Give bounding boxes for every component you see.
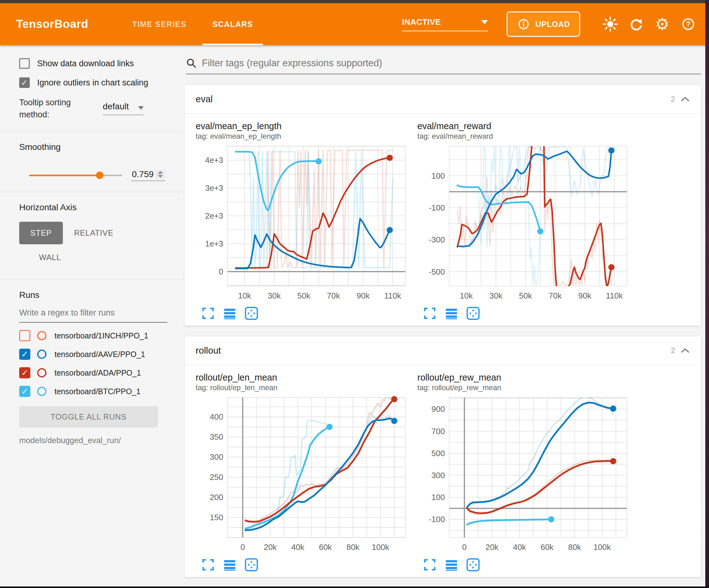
show-download-links-checkbox[interactable] xyxy=(19,58,30,69)
chart-tag: tag: rollout/ep_len_mean xyxy=(196,383,412,392)
divider xyxy=(0,131,184,132)
chart-toolbar xyxy=(423,558,633,571)
horizontal-axis-section: Horizontal Axis STEP RELATIVE WALL xyxy=(0,203,184,279)
run-label: tensorboard/AAVE/PPO_1 xyxy=(54,350,145,359)
chart-tag: tag: rollout/ep_rew_mean xyxy=(417,383,633,392)
fit-domain-icon[interactable] xyxy=(466,307,480,320)
line-chart[interactable]: 10k30k50k70k90k110k100-100-300-500 xyxy=(417,143,633,305)
svg-text:200: 200 xyxy=(210,493,223,502)
runs-filter-input[interactable]: Write a regex to filter runs xyxy=(19,308,167,323)
smoothing-stepper[interactable] xyxy=(155,170,165,179)
fullscreen-icon[interactable] xyxy=(201,307,215,320)
settings-button[interactable]: ⚙ xyxy=(653,15,672,34)
brightness-toggle-button[interactable] xyxy=(601,15,620,34)
help-button[interactable]: ? xyxy=(679,15,698,34)
tab-time-series[interactable]: TIME SERIES xyxy=(119,3,200,45)
svg-text:80k: 80k xyxy=(346,542,360,552)
settings-sidebar: Show data download links Ignore outliers… xyxy=(0,45,184,586)
axis-relative-button[interactable]: RELATIVE xyxy=(63,222,125,244)
scalars-dashboard: Filter tags (regular expressions support… xyxy=(184,45,705,586)
svg-text:10k: 10k xyxy=(460,291,473,300)
tab-scalars[interactable]: SCALARS xyxy=(200,3,266,45)
chevron-down-icon xyxy=(158,175,163,178)
svg-text:10k: 10k xyxy=(238,291,252,300)
chart-tag: tag: eval/mean_ep_length xyxy=(196,132,412,140)
chart-title: rollout/ep_len_mean xyxy=(196,373,412,383)
data-lines-icon[interactable] xyxy=(445,307,458,320)
svg-text:30k: 30k xyxy=(490,291,503,300)
ignore-outliers-checkbox[interactable] xyxy=(19,77,30,88)
tooltip-sorting-label: Tooltip sorting method: xyxy=(19,97,103,121)
svg-text:-100: -100 xyxy=(429,203,445,212)
svg-text:400: 400 xyxy=(210,412,223,421)
data-lines-icon[interactable] xyxy=(223,307,237,320)
tooltip-sorting-dropdown[interactable]: default xyxy=(103,99,144,115)
option-row: Ignore outliers in chart scaling xyxy=(19,77,184,88)
svg-text:100k: 100k xyxy=(594,542,611,552)
line-chart[interactable]: 020k40k60k80k100k-100100300500700900 xyxy=(417,394,633,556)
slider-fill xyxy=(29,175,100,176)
chart-toolbar xyxy=(201,307,412,320)
status-value: INACTIVE xyxy=(402,17,441,27)
svg-text:300: 300 xyxy=(210,452,223,462)
section-card-rollout: rollout 2 rollout/ep_len_mean tag: rollo… xyxy=(185,336,701,577)
section-header-rollout[interactable]: rollout 2 xyxy=(185,336,701,365)
axis-step-button[interactable]: STEP xyxy=(19,222,63,244)
smoothing-value-field[interactable]: 0.759 xyxy=(131,169,165,181)
fullscreen-icon[interactable] xyxy=(201,558,215,571)
run-item-1inch[interactable]: tensorboard/1INCH/PPO_1 xyxy=(19,330,184,341)
fit-domain-icon[interactable] xyxy=(244,307,258,320)
svg-text:50k: 50k xyxy=(297,291,311,300)
toggle-all-runs-button[interactable]: TOGGLE ALL RUNS xyxy=(19,406,158,428)
line-chart[interactable]: 10k30k50k70k90k110k01e+32e+33e+34e+3 xyxy=(195,143,412,305)
tab-label: SCALARS xyxy=(212,20,253,29)
axis-wall-button[interactable]: WALL xyxy=(28,246,72,269)
divider xyxy=(0,279,184,280)
smoothing-slider[interactable] xyxy=(29,175,122,176)
slider-thumb[interactable] xyxy=(96,172,103,179)
filter-tags-input[interactable]: Filter tags (regular expressions support… xyxy=(186,58,701,74)
svg-text:70k: 70k xyxy=(549,291,562,300)
chevron-up-icon[interactable] xyxy=(681,348,690,353)
fit-domain-icon[interactable] xyxy=(466,558,480,571)
smoothing-value: 0.759 xyxy=(131,169,155,179)
svg-text:100: 100 xyxy=(431,171,445,180)
data-lines-icon[interactable] xyxy=(445,558,458,571)
chevron-up-icon[interactable] xyxy=(681,96,690,102)
section-header-eval[interactable]: eval 2 xyxy=(185,85,701,113)
chart-title: eval/mean_ep_length xyxy=(196,121,412,131)
background-window-strip xyxy=(705,0,709,588)
runs-base-path: models/debugged_eval_run/ xyxy=(19,436,184,445)
section-count: 2 xyxy=(671,95,675,103)
svg-text:50k: 50k xyxy=(519,291,532,300)
gear-icon: ⚙ xyxy=(655,16,670,32)
run-checkbox[interactable] xyxy=(19,367,30,378)
upload-label: UPLOAD xyxy=(535,20,570,29)
svg-text:0: 0 xyxy=(219,267,223,276)
chart-title: rollout/ep_rew_mean xyxy=(417,373,633,383)
svg-text:500: 500 xyxy=(431,449,445,458)
app-title: TensorBoard xyxy=(16,18,88,31)
run-checkbox[interactable] xyxy=(19,330,30,341)
fullscreen-icon[interactable] xyxy=(423,558,437,571)
run-checkbox[interactable] xyxy=(19,349,30,360)
help-icon: ? xyxy=(681,17,696,32)
svg-text:100k: 100k xyxy=(372,542,390,552)
refresh-button[interactable] xyxy=(627,15,646,34)
upload-button[interactable]: UPLOAD xyxy=(506,11,580,37)
smoothing-label: Smoothing xyxy=(19,142,184,152)
horizontal-axis-label: Horizontal Axis xyxy=(19,203,184,212)
fit-domain-icon[interactable] xyxy=(244,558,258,571)
data-lines-icon[interactable] xyxy=(223,558,237,571)
section-card-eval: eval 2 eval/mean_ep_length tag: eval/mea… xyxy=(185,85,701,326)
fullscreen-icon[interactable] xyxy=(423,307,437,320)
run-item-aave[interactable]: tensorboard/AAVE/PPO_1 xyxy=(19,349,184,360)
line-chart[interactable]: 020k40k60k80k100k150200250300350400 xyxy=(195,394,412,556)
svg-text:2e+3: 2e+3 xyxy=(205,211,223,221)
run-checkbox[interactable] xyxy=(19,386,30,397)
chart-eval-mean-ep-length: eval/mean_ep_length tag: eval/mean_ep_le… xyxy=(195,118,412,320)
run-item-btc[interactable]: tensorboard/BTC/PPO_1 xyxy=(19,386,184,397)
status-dropdown[interactable]: INACTIVE xyxy=(402,17,488,31)
run-item-ada[interactable]: tensorboard/ADA/PPO_1 xyxy=(19,367,184,378)
window-bottom-strip xyxy=(0,586,709,588)
